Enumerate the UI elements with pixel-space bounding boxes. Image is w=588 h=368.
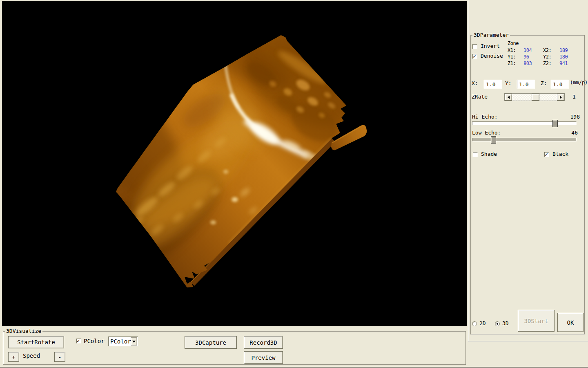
speed-plus-button[interactable]: +	[8, 352, 19, 362]
zone-y1-value: 96	[523, 54, 529, 60]
scroll-right-icon	[560, 96, 562, 99]
pcolor-combo-value: PColor	[110, 338, 131, 345]
scale-unit-label: (mm/p)	[570, 80, 588, 85]
pcolor-combo-dropdown-button[interactable]	[131, 337, 137, 346]
zone-x2-label: X2:	[543, 48, 551, 53]
scale-x-input[interactable]	[484, 80, 502, 89]
capture-3d-button[interactable]: 3DCapture	[185, 336, 237, 349]
panel-bottom-divider-highlight	[468, 341, 588, 342]
start-3d-button[interactable]: 3DStart	[518, 310, 555, 332]
shade-checkbox[interactable]	[473, 152, 478, 157]
preview-button[interactable]: Preview	[244, 351, 283, 364]
hi-echo-slider-track[interactable]	[472, 121, 577, 125]
hi-echo-label: Hi Echo:	[472, 114, 498, 120]
hi-echo-slider-thumb[interactable]	[552, 120, 558, 127]
denoise-checkbox[interactable]	[472, 54, 477, 59]
zone-x1-label: X1:	[508, 48, 516, 53]
scale-x-label: X:	[472, 81, 478, 86]
zrate-scrollbar-thumb[interactable]	[532, 94, 539, 101]
mode-2d-label: 2D	[479, 321, 486, 326]
zone-x1-value: 104	[523, 48, 532, 53]
ultrasound-render	[2, 1, 467, 326]
low-echo-slider-thumb[interactable]	[491, 136, 496, 144]
zone-y1-label: Y1:	[508, 54, 516, 60]
invert-checkbox[interactable]	[472, 44, 477, 49]
zone-title: Zone	[508, 41, 519, 46]
ok-button[interactable]: OK	[557, 313, 584, 332]
invert-label: Invert	[481, 43, 500, 49]
scale-z-input[interactable]	[551, 80, 569, 89]
app-window: 3DParameter Invert Denoise Zone X1: 104 …	[0, 0, 588, 368]
zrate-scrollbar[interactable]	[504, 93, 565, 101]
mode-3d-label: 3D	[502, 321, 509, 326]
black-checkbox[interactable]	[544, 152, 549, 157]
mode-2d-radio[interactable]	[472, 321, 477, 326]
low-echo-slider-track[interactable]	[472, 138, 577, 141]
scale-y-input[interactable]	[517, 80, 535, 89]
zrate-value: 1	[572, 94, 576, 100]
scale-y-label: Y:	[505, 81, 512, 86]
visualize-groupbox-title: 3DVisualize	[5, 328, 42, 334]
mode-3d-radio[interactable]	[495, 321, 500, 326]
pcolor-checkbox[interactable]	[76, 339, 81, 343]
speed-label: Speed	[23, 353, 40, 359]
zrate-scroll-right-button[interactable]	[557, 94, 564, 101]
scroll-left-icon	[508, 96, 510, 99]
low-echo-label: Low Echo:	[472, 130, 501, 136]
render-viewport[interactable]	[2, 1, 467, 326]
pcolor-combo[interactable]: PColor	[108, 337, 138, 346]
zone-y2-value: 180	[559, 54, 568, 60]
zone-z2-label: Z2:	[543, 61, 551, 66]
scale-z-label: Z:	[541, 81, 547, 86]
denoise-label: Denoise	[481, 53, 503, 59]
zone-z1-label: Z1:	[508, 61, 516, 66]
zone-z2-value: 941	[559, 61, 568, 66]
hi-echo-value: 198	[563, 114, 580, 120]
pcolor-checkbox-label: PColor	[84, 338, 105, 344]
black-label: Black	[552, 151, 568, 157]
parameter-groupbox-title: 3DParameter	[472, 32, 510, 38]
record-3d-button[interactable]: Record3D	[244, 336, 283, 349]
zrate-label: ZRate	[472, 94, 488, 100]
zone-x2-value: 189	[559, 48, 568, 53]
zone-y2-label: Y2:	[543, 54, 551, 60]
dropdown-arrow-icon	[132, 341, 136, 343]
panel-divider-highlight	[468, 0, 469, 341]
shade-label: Shade	[481, 151, 497, 157]
zone-z1-value: 803	[523, 61, 532, 66]
speed-minus-button[interactable]: -	[54, 352, 65, 362]
low-echo-value: 46	[561, 130, 578, 136]
zrate-scroll-left-button[interactable]	[505, 94, 512, 101]
start-rotate-button[interactable]: StartRotate	[8, 336, 64, 348]
